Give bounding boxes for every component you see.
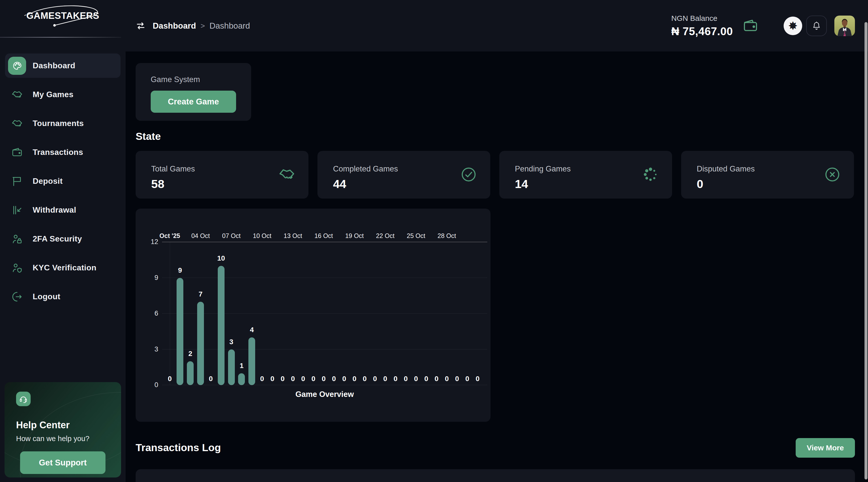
y-axis-label: 3 xyxy=(142,346,158,353)
stat-card-pending-games: Pending Games14 xyxy=(499,151,672,199)
bar-value-label: 0 xyxy=(322,375,326,383)
sidebar-item-label: Dashboard xyxy=(33,61,75,70)
gamestakers-dashboard: GAMESTAKERS DashboardMy GamesTournaments… xyxy=(0,0,868,482)
sidebar-item-transactions[interactable]: Transactions xyxy=(5,140,121,164)
breadcrumb-root[interactable]: Dashboard xyxy=(153,21,196,31)
logout-icon xyxy=(8,288,26,306)
logo-text: GAMESTAKERS xyxy=(26,10,99,21)
settings-button[interactable]: ✸ xyxy=(784,17,802,35)
gridline-vertical xyxy=(170,242,170,385)
logo-divider xyxy=(0,37,121,38)
bar xyxy=(238,373,245,385)
content: Game System Create Game State Total Game… xyxy=(126,52,868,482)
bar-value-label: 0 xyxy=(332,375,336,383)
bar xyxy=(187,361,194,385)
x-axis-label: Oct '25 xyxy=(159,232,180,239)
bar-value-label: 0 xyxy=(465,375,469,383)
x-axis-label: 28 Oct xyxy=(437,232,456,239)
headset-icon xyxy=(16,392,31,406)
bar-value-label: 0 xyxy=(455,375,459,383)
sidebar-item-tournaments[interactable]: Tournaments xyxy=(5,111,121,135)
logo-swoosh-icon: GAMESTAKERS xyxy=(24,3,102,32)
wallet-icon[interactable] xyxy=(742,18,758,34)
flag-icon xyxy=(8,172,26,190)
x-axis-label: 25 Oct xyxy=(407,232,426,239)
get-support-button[interactable]: Get Support xyxy=(20,451,105,474)
sidebar-item-kyc-verification[interactable]: KYC Verification xyxy=(5,256,121,280)
bar-value-label: 0 xyxy=(209,375,213,383)
chart-card: 036912Oct '2504 Oct07 Oct10 Oct13 Oct16 … xyxy=(135,208,491,422)
bar-value-label: 0 xyxy=(342,375,346,383)
notifications-button[interactable] xyxy=(806,15,827,36)
handshake-icon xyxy=(8,86,26,104)
header: Dashboard > Dashboard NGN Balance ₦ 75,4… xyxy=(126,0,868,52)
balance-block: NGN Balance ₦ 75,467.00 xyxy=(671,14,733,38)
bar-value-label: 0 xyxy=(394,375,398,383)
transactions-card: Tournament Joined: Naxcrow Cup- 1,500.00… xyxy=(135,469,855,482)
y-axis-label: 6 xyxy=(142,310,158,317)
x-axis-label: 10 Oct xyxy=(253,232,272,239)
state-heading: State xyxy=(135,130,855,142)
transactions-heading: Transactions Log xyxy=(135,442,221,454)
avatar[interactable] xyxy=(834,15,855,36)
bar-value-label: 0 xyxy=(363,375,367,383)
bar-value-label: 0 xyxy=(383,375,387,383)
sidebar-item-dashboard[interactable]: Dashboard xyxy=(5,54,121,78)
transactions-header: Transactions Log View More xyxy=(135,433,855,462)
x-circle-icon xyxy=(824,166,841,183)
gridline xyxy=(162,278,487,278)
y-axis-label: 0 xyxy=(142,381,158,389)
wallet-icon xyxy=(8,143,26,161)
bar-value-label: 3 xyxy=(229,338,233,346)
sidebar-toggle-icon[interactable] xyxy=(135,21,146,31)
bar-value-label: 0 xyxy=(281,375,285,383)
y-axis-label: 9 xyxy=(142,274,158,282)
palette-icon xyxy=(8,57,26,75)
logo[interactable]: GAMESTAKERS xyxy=(0,0,126,38)
x-axis-label: 22 Oct xyxy=(376,232,395,239)
help-center-title: Help Center xyxy=(16,420,110,430)
user-lock-icon xyxy=(8,230,26,248)
scrollbar-track[interactable] xyxy=(864,0,868,482)
stat-card-disputed-games: Disputed Games0 xyxy=(681,151,854,199)
chart-title: Game Overview xyxy=(162,390,487,399)
bar-value-label: 0 xyxy=(291,375,295,383)
spinner-icon xyxy=(642,166,659,183)
bar-value-label: 0 xyxy=(404,375,408,383)
bar-value-label: 0 xyxy=(168,375,172,383)
sidebar-item-logout[interactable]: Logout xyxy=(5,284,121,309)
view-more-button[interactable]: View More xyxy=(796,438,855,458)
sidebar-item-label: Deposit xyxy=(33,176,63,186)
sidebar-item-label: Withdrawal xyxy=(33,205,76,215)
sidebar-item-label: My Games xyxy=(33,90,73,99)
game-system-title: Game System xyxy=(151,75,236,84)
sidebar-item-label: Tournaments xyxy=(33,119,84,128)
sidebar-nav: DashboardMy GamesTournamentsTransactions… xyxy=(5,54,121,313)
create-game-button[interactable]: Create Game xyxy=(151,91,236,113)
bar-value-label: 0 xyxy=(434,375,438,383)
sidebar-item-withdrawal[interactable]: Withdrawal xyxy=(5,198,121,222)
bar xyxy=(218,266,224,385)
bar-value-label: 7 xyxy=(199,290,203,298)
bar-value-label: 9 xyxy=(178,266,182,275)
sidebar-item-deposit[interactable]: Deposit xyxy=(5,169,121,193)
bar-value-label: 0 xyxy=(301,375,305,383)
bar-value-label: 0 xyxy=(373,375,377,383)
x-axis-label: 19 Oct xyxy=(345,232,364,239)
gridline xyxy=(162,313,487,314)
main-area: Dashboard > Dashboard NGN Balance ₦ 75,4… xyxy=(126,0,868,482)
sidebar-item-label: 2FA Security xyxy=(33,234,82,244)
user-shield-icon xyxy=(8,259,26,277)
x-axis-label: 04 Oct xyxy=(191,232,210,239)
sidebar-item-label: Transactions xyxy=(33,148,83,157)
scrollbar-thumb[interactable] xyxy=(865,22,868,480)
handshake-icon xyxy=(278,166,296,183)
bar-value-label: 0 xyxy=(311,375,315,383)
sidebar-item-label: Logout xyxy=(33,292,60,301)
balance-value: ₦ 75,467.00 xyxy=(671,25,733,38)
help-center-card: Help Center How can we help you? Get Sup… xyxy=(4,382,121,478)
bar-value-label: 4 xyxy=(250,326,254,334)
sidebar-item-2fa-security[interactable]: 2FA Security xyxy=(5,227,121,251)
bar-value-label: 0 xyxy=(271,375,275,383)
sidebar-item-my-games[interactable]: My Games xyxy=(5,82,121,107)
